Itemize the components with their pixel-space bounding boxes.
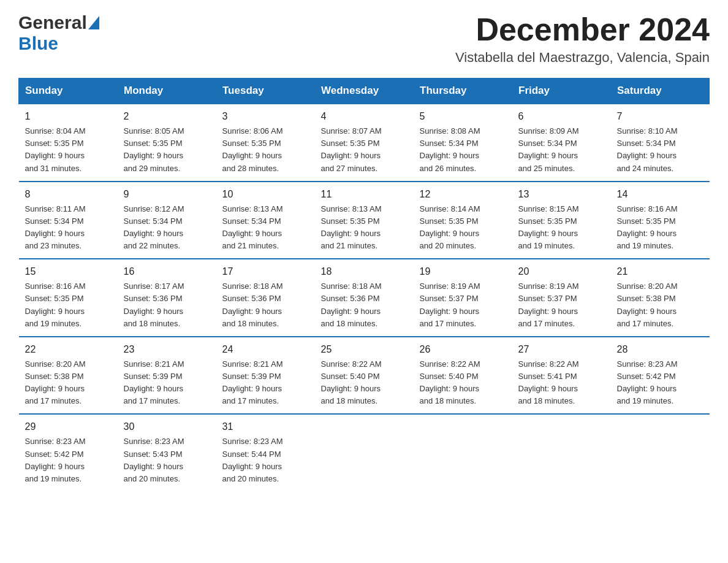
calendar-cell (414, 414, 512, 491)
day-number: 18 (321, 264, 408, 279)
day-info: Sunrise: 8:22 AMSunset: 5:41 PMDaylight:… (518, 358, 605, 408)
day-info: Sunrise: 8:23 AMSunset: 5:43 PMDaylight:… (124, 435, 210, 485)
header-friday: Friday (512, 79, 611, 104)
calendar-cell: 20Sunrise: 8:19 AMSunset: 5:37 PMDayligh… (512, 259, 611, 337)
location-title: Vistabella del Maestrazgo, Valencia, Spa… (455, 50, 710, 66)
day-number: 22 (25, 342, 112, 357)
calendar-cell: 4Sunrise: 8:07 AMSunset: 5:35 PMDaylight… (315, 104, 414, 182)
day-number: 25 (321, 342, 408, 357)
calendar-week-row: 15Sunrise: 8:16 AMSunset: 5:35 PMDayligh… (19, 259, 710, 337)
calendar-table: SundayMondayTuesdayWednesdayThursdayFrid… (18, 78, 710, 491)
calendar-cell: 30Sunrise: 8:23 AMSunset: 5:43 PMDayligh… (118, 414, 216, 491)
day-number: 9 (124, 187, 210, 202)
calendar-cell: 15Sunrise: 8:16 AMSunset: 5:35 PMDayligh… (19, 259, 118, 337)
day-info: Sunrise: 8:18 AMSunset: 5:36 PMDaylight:… (222, 280, 309, 330)
day-info: Sunrise: 8:08 AMSunset: 5:34 PMDaylight:… (420, 125, 506, 175)
day-info: Sunrise: 8:20 AMSunset: 5:38 PMDaylight:… (25, 358, 112, 408)
calendar-week-row: 8Sunrise: 8:11 AMSunset: 5:34 PMDaylight… (19, 182, 710, 259)
day-info: Sunrise: 8:19 AMSunset: 5:37 PMDaylight:… (420, 280, 506, 330)
calendar-week-row: 29Sunrise: 8:23 AMSunset: 5:42 PMDayligh… (19, 414, 710, 491)
day-info: Sunrise: 8:23 AMSunset: 5:42 PMDaylight:… (617, 358, 703, 408)
calendar-cell: 14Sunrise: 8:16 AMSunset: 5:35 PMDayligh… (611, 182, 710, 259)
day-info: Sunrise: 8:22 AMSunset: 5:40 PMDaylight:… (420, 358, 506, 408)
calendar-cell: 19Sunrise: 8:19 AMSunset: 5:37 PMDayligh… (414, 259, 512, 337)
day-number: 20 (518, 264, 605, 279)
day-info: Sunrise: 8:17 AMSunset: 5:36 PMDaylight:… (124, 280, 210, 330)
month-title: December 2024 (455, 12, 710, 47)
calendar-week-row: 22Sunrise: 8:20 AMSunset: 5:38 PMDayligh… (19, 337, 710, 415)
day-number: 16 (124, 264, 210, 279)
day-number: 6 (518, 109, 605, 124)
day-info: Sunrise: 8:05 AMSunset: 5:35 PMDaylight:… (124, 125, 210, 175)
calendar-cell: 7Sunrise: 8:10 AMSunset: 5:34 PMDaylight… (611, 104, 710, 182)
calendar-cell: 12Sunrise: 8:14 AMSunset: 5:35 PMDayligh… (414, 182, 512, 259)
calendar-cell: 29Sunrise: 8:23 AMSunset: 5:42 PMDayligh… (19, 414, 118, 491)
calendar-cell: 21Sunrise: 8:20 AMSunset: 5:38 PMDayligh… (611, 259, 710, 337)
day-number: 19 (420, 264, 506, 279)
day-number: 17 (222, 264, 309, 279)
day-info: Sunrise: 8:09 AMSunset: 5:34 PMDaylight:… (518, 125, 605, 175)
day-number: 11 (321, 187, 408, 202)
calendar-cell: 16Sunrise: 8:17 AMSunset: 5:36 PMDayligh… (118, 259, 216, 337)
day-number: 8 (25, 187, 112, 202)
day-info: Sunrise: 8:16 AMSunset: 5:35 PMDaylight:… (617, 203, 703, 253)
calendar-cell: 6Sunrise: 8:09 AMSunset: 5:34 PMDaylight… (512, 104, 611, 182)
day-number: 27 (518, 342, 605, 357)
calendar-cell: 2Sunrise: 8:05 AMSunset: 5:35 PMDaylight… (118, 104, 216, 182)
title-section: December 2024 Vistabella del Maestrazgo,… (455, 12, 710, 66)
day-number: 1 (25, 109, 112, 124)
calendar-cell: 13Sunrise: 8:15 AMSunset: 5:35 PMDayligh… (512, 182, 611, 259)
day-number: 23 (124, 342, 210, 357)
day-info: Sunrise: 8:04 AMSunset: 5:35 PMDaylight:… (25, 125, 112, 175)
day-number: 14 (617, 187, 703, 202)
day-number: 28 (617, 342, 703, 357)
logo: General Blue (18, 12, 100, 54)
calendar-cell: 18Sunrise: 8:18 AMSunset: 5:36 PMDayligh… (315, 259, 414, 337)
calendar-cell: 22Sunrise: 8:20 AMSunset: 5:38 PMDayligh… (19, 337, 118, 415)
calendar-cell: 25Sunrise: 8:22 AMSunset: 5:40 PMDayligh… (315, 337, 414, 415)
header-saturday: Saturday (611, 79, 710, 104)
day-info: Sunrise: 8:21 AMSunset: 5:39 PMDaylight:… (124, 358, 210, 408)
calendar-week-row: 1Sunrise: 8:04 AMSunset: 5:35 PMDaylight… (19, 104, 710, 182)
calendar-cell: 17Sunrise: 8:18 AMSunset: 5:36 PMDayligh… (216, 259, 315, 337)
header-tuesday: Tuesday (216, 79, 315, 104)
calendar-cell: 31Sunrise: 8:23 AMSunset: 5:44 PMDayligh… (216, 414, 315, 491)
day-info: Sunrise: 8:12 AMSunset: 5:34 PMDaylight:… (124, 203, 210, 253)
calendar-cell: 10Sunrise: 8:13 AMSunset: 5:34 PMDayligh… (216, 182, 315, 259)
calendar-cell: 23Sunrise: 8:21 AMSunset: 5:39 PMDayligh… (118, 337, 216, 415)
page-header: General Blue December 2024 Vistabella de… (18, 12, 710, 66)
calendar-cell: 11Sunrise: 8:13 AMSunset: 5:35 PMDayligh… (315, 182, 414, 259)
day-info: Sunrise: 8:23 AMSunset: 5:44 PMDaylight:… (222, 435, 309, 485)
day-number: 2 (124, 109, 210, 124)
day-number: 4 (321, 109, 408, 124)
day-info: Sunrise: 8:22 AMSunset: 5:40 PMDaylight:… (321, 358, 408, 408)
calendar-cell (611, 414, 710, 491)
day-number: 10 (222, 187, 309, 202)
day-number: 21 (617, 264, 703, 279)
header-thursday: Thursday (414, 79, 512, 104)
day-number: 15 (25, 264, 112, 279)
logo-blue-text: Blue (18, 33, 58, 53)
day-info: Sunrise: 8:19 AMSunset: 5:37 PMDaylight:… (518, 280, 605, 330)
day-info: Sunrise: 8:13 AMSunset: 5:34 PMDaylight:… (222, 203, 309, 253)
svg-marker-0 (88, 16, 99, 29)
day-number: 26 (420, 342, 506, 357)
calendar-cell (315, 414, 414, 491)
logo-triangle-icon (88, 16, 99, 29)
calendar-cell: 27Sunrise: 8:22 AMSunset: 5:41 PMDayligh… (512, 337, 611, 415)
header-sunday: Sunday (19, 79, 118, 104)
day-number: 12 (420, 187, 506, 202)
day-info: Sunrise: 8:15 AMSunset: 5:35 PMDaylight:… (518, 203, 605, 253)
calendar-header-row: SundayMondayTuesdayWednesdayThursdayFrid… (19, 79, 710, 104)
calendar-cell: 26Sunrise: 8:22 AMSunset: 5:40 PMDayligh… (414, 337, 512, 415)
day-info: Sunrise: 8:23 AMSunset: 5:42 PMDaylight:… (25, 435, 112, 485)
day-number: 29 (25, 419, 112, 434)
calendar-cell: 24Sunrise: 8:21 AMSunset: 5:39 PMDayligh… (216, 337, 315, 415)
day-number: 7 (617, 109, 703, 124)
day-number: 31 (222, 419, 309, 434)
calendar-cell: 8Sunrise: 8:11 AMSunset: 5:34 PMDaylight… (19, 182, 118, 259)
day-number: 13 (518, 187, 605, 202)
day-info: Sunrise: 8:21 AMSunset: 5:39 PMDaylight:… (222, 358, 309, 408)
header-monday: Monday (118, 79, 216, 104)
day-number: 24 (222, 342, 309, 357)
